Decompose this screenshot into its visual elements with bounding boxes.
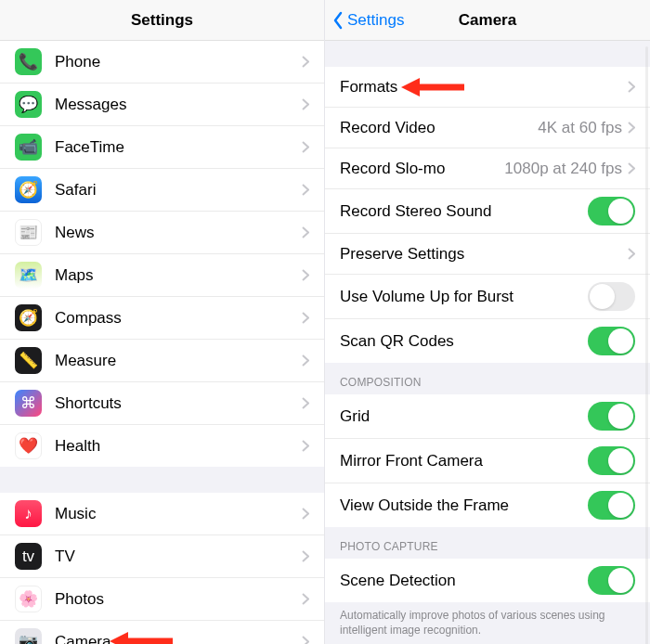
row-label: Preserve Settings: [340, 245, 628, 264]
camera-row-stereo: Record Stereo Sound: [325, 189, 650, 234]
settings-row-label: News: [55, 224, 302, 242]
row-label: Scene Detection: [340, 572, 588, 590]
camera-row-viewoutside: View Outside the Frame: [325, 483, 650, 527]
settings-row-news[interactable]: 📰News: [0, 212, 324, 254]
chevron-right-icon: [302, 354, 309, 367]
photos-icon: 🌸: [15, 586, 42, 612]
tv-icon: tv: [15, 543, 42, 570]
settings-title: Settings: [131, 11, 193, 30]
settings-row-messages[interactable]: 💬Messages: [0, 84, 324, 126]
chevron-right-icon: [302, 141, 309, 153]
row-label: Record Slo-mo: [340, 160, 504, 178]
row-value: 4K at 60 fps: [538, 119, 622, 137]
chevron-right-icon: [302, 312, 309, 324]
phone-icon: 📞: [15, 48, 42, 75]
camera-title: Camera: [459, 11, 516, 30]
maps-icon: 🗺️: [15, 262, 42, 289]
back-button[interactable]: Settings: [332, 11, 404, 30]
settings-row-safari[interactable]: 🧭Safari: [0, 169, 324, 212]
chevron-right-icon: [628, 81, 635, 93]
camera-group: FormatsRecord Video4K at 60 fpsRecord Sl…: [325, 67, 650, 363]
camera-navbar: Settings Camera: [325, 0, 650, 41]
section-spacer: [0, 467, 324, 493]
camera-row-preserve[interactable]: Preserve Settings: [325, 234, 650, 275]
music-icon: ♪: [15, 500, 42, 527]
settings-row-maps[interactable]: 🗺️Maps: [0, 254, 324, 297]
grid-toggle[interactable]: [588, 402, 635, 431]
camera-icon: 📷: [15, 628, 42, 644]
toggle-knob: [608, 328, 633, 354]
settings-group: 📞Phone💬Messages📹FaceTime🧭Safari📰News🗺️Ma…: [0, 41, 324, 467]
section-spacer: [325, 41, 650, 67]
settings-row-camera[interactable]: 📷Camera: [0, 621, 324, 644]
settings-row-phone[interactable]: 📞Phone: [0, 41, 324, 84]
toggle-knob: [608, 404, 633, 429]
camera-row-recordslomo[interactable]: Record Slo-mo1080p at 240 fps: [325, 148, 650, 189]
camera-row-qr: Scan QR Codes: [325, 319, 650, 363]
settings-row-tv[interactable]: tvTV: [0, 535, 324, 578]
chevron-left-icon: [332, 11, 344, 30]
settings-root-pane: Settings 📞Phone💬Messages📹FaceTime🧭Safari…: [0, 0, 325, 644]
chevron-right-icon: [302, 56, 309, 68]
shortcuts-icon: ⌘: [15, 390, 42, 417]
settings-row-label: Messages: [55, 96, 302, 114]
row-value: 1080p at 240 fps: [504, 160, 622, 178]
camera-group: GridMirror Front CameraView Outside the …: [325, 394, 650, 527]
section-footer: Automatically improve photos of various …: [325, 602, 650, 644]
mirror-toggle[interactable]: [588, 446, 635, 475]
back-label: Settings: [347, 11, 404, 30]
settings-row-photos[interactable]: 🌸Photos: [0, 578, 324, 621]
settings-row-label: Health: [55, 437, 302, 456]
settings-row-measure[interactable]: 📏Measure: [0, 340, 324, 382]
row-label: Grid: [340, 407, 588, 426]
chevron-right-icon: [302, 184, 309, 196]
stereo-toggle[interactable]: [588, 197, 635, 225]
safari-icon: 🧭: [15, 176, 42, 203]
toggle-knob: [590, 284, 615, 309]
chevron-right-icon: [302, 98, 309, 110]
settings-row-label: Safari: [55, 181, 302, 200]
camera-row-recordvideo[interactable]: Record Video4K at 60 fps: [325, 108, 650, 148]
camera-settings-pane: Settings Camera FormatsRecord Video4K at…: [325, 0, 650, 644]
row-label: Mirror Front Camera: [340, 452, 588, 470]
toggle-knob: [608, 568, 633, 593]
chevron-right-icon: [302, 226, 309, 238]
chevron-right-icon: [302, 397, 309, 409]
viewoutside-toggle[interactable]: [588, 491, 635, 520]
settings-row-music[interactable]: ♪Music: [0, 493, 324, 535]
chevron-right-icon: [302, 269, 309, 281]
settings-row-label: Measure: [55, 352, 302, 370]
settings-row-label: Maps: [55, 266, 302, 285]
compass-icon: 🧭: [15, 304, 42, 331]
section-header: PHOTO CAPTURE: [325, 527, 650, 559]
settings-row-compass[interactable]: 🧭Compass: [0, 297, 324, 340]
camera-group: Scene Detection: [325, 559, 650, 602]
row-label: Use Volume Up for Burst: [340, 288, 588, 306]
chevron-right-icon: [302, 636, 309, 644]
chevron-right-icon: [628, 122, 635, 134]
camera-row-volburst: Use Volume Up for Burst: [325, 275, 650, 319]
scene-toggle[interactable]: [588, 566, 635, 595]
camera-row-grid: Grid: [325, 394, 650, 439]
toggle-knob: [608, 493, 633, 518]
settings-row-health[interactable]: ❤️Health: [0, 425, 324, 467]
chevron-right-icon: [302, 440, 309, 452]
camera-row-formats[interactable]: Formats: [325, 67, 650, 108]
row-label: Record Video: [340, 119, 538, 137]
settings-row-label: Camera: [55, 633, 302, 645]
row-label: Formats: [340, 78, 628, 97]
news-icon: 📰: [15, 219, 42, 246]
row-label: Scan QR Codes: [340, 332, 588, 351]
chevron-right-icon: [302, 550, 309, 562]
scrollbar[interactable]: [645, 46, 648, 644]
settings-row-facetime[interactable]: 📹FaceTime: [0, 126, 324, 169]
toggle-knob: [608, 199, 633, 224]
measure-icon: 📏: [15, 347, 42, 374]
settings-row-shortcuts[interactable]: ⌘Shortcuts: [0, 382, 324, 425]
qr-toggle[interactable]: [588, 327, 635, 355]
settings-row-label: Shortcuts: [55, 394, 302, 413]
volburst-toggle[interactable]: [588, 282, 635, 311]
chevron-right-icon: [628, 162, 635, 174]
camera-row-scene: Scene Detection: [325, 559, 650, 602]
chevron-right-icon: [302, 508, 309, 520]
